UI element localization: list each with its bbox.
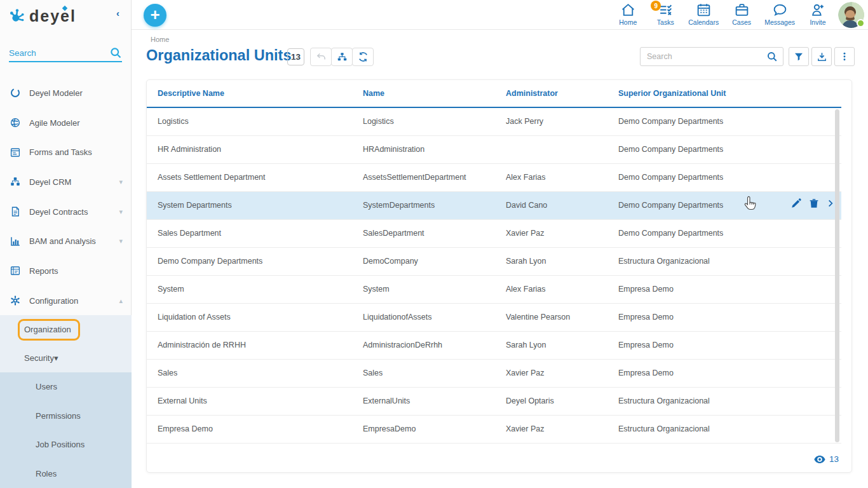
table-cell[interactable]: SalesDepartment	[363, 219, 506, 247]
column-header[interactable]: Administrator	[506, 80, 618, 107]
sidebar-collapse-icon[interactable]: ‹	[116, 8, 119, 18]
table-cell[interactable]: Xavier Paz	[506, 415, 618, 443]
chevron-down-icon[interactable]: ▾	[119, 208, 123, 216]
column-header[interactable]: Name	[363, 80, 506, 107]
table-row[interactable]: Empresa DemoEmpresaDemoXavier PazEstruct…	[147, 415, 841, 443]
deyel-logo[interactable]: deyel	[9, 5, 123, 27]
filter-button[interactable]	[789, 47, 809, 66]
table-cell[interactable]: Alex Farias	[506, 275, 618, 303]
sidebar-item-reports[interactable]: Reports	[0, 256, 132, 286]
download-button[interactable]	[811, 47, 832, 66]
search-icon[interactable]	[109, 46, 122, 59]
breadcrumb[interactable]: Home	[151, 36, 169, 43]
table-cell[interactable]: Demo Company Departments	[618, 135, 841, 163]
table-cell[interactable]: LiquidationofAssets	[363, 303, 506, 331]
table-cell[interactable]: Demo Company Departments	[618, 163, 841, 191]
nav-messages[interactable]: Messages	[764, 2, 795, 26]
sidebar-item-agile-modeler[interactable]: Agile Modeler	[0, 108, 132, 138]
search-submit[interactable]	[761, 51, 783, 62]
table-row[interactable]: LogisticsLogisticsJack PerryDemo Company…	[147, 107, 841, 135]
table-row[interactable]: Assets Settlement DepartmentAssetsSettle…	[147, 163, 841, 191]
table-cell[interactable]: External Units	[147, 387, 363, 415]
hierarchy-view-button[interactable]	[331, 48, 353, 66]
chevron-down-icon[interactable]: ▾	[119, 178, 123, 186]
user-avatar[interactable]	[838, 2, 864, 28]
sidebar-item-forms-and-tasks[interactable]: Forms and Tasks	[0, 137, 132, 167]
table-cell[interactable]: Sales Department	[147, 219, 363, 247]
table-row[interactable]: HR AdministrationHRAdministrationDemo Co…	[147, 135, 841, 163]
nav-invite[interactable]: Invite	[803, 2, 832, 26]
table-cell[interactable]: DemoCompany	[363, 247, 506, 275]
chevron-down-icon[interactable]: ▾	[54, 353, 58, 363]
table-cell[interactable]: SystemDepartments	[363, 191, 506, 219]
sidebar-item-deyel-contracts[interactable]: Deyel Contracts ▾	[0, 197, 132, 227]
table-cell[interactable]: System	[147, 275, 363, 303]
sidebar-item-organization[interactable]: Organization	[0, 315, 132, 344]
table-cell[interactable]: Jack Perry	[506, 107, 618, 135]
refresh-button[interactable]	[352, 48, 374, 66]
sidebar-item-users[interactable]: Users	[0, 372, 132, 402]
table-row[interactable]: External UnitsExternalUnitsDeyel Optaris…	[147, 387, 841, 415]
table-row[interactable]: Administración de RRHHAdministracionDeRr…	[147, 331, 841, 359]
table-row[interactable]: SalesSalesXavier PazEmpresa Demo	[147, 359, 841, 387]
table-cell[interactable]: Administración de RRHH	[147, 331, 363, 359]
table-cell[interactable]: Alex Farias	[506, 163, 618, 191]
sidebar-item-deyel-crm[interactable]: Deyel CRM ▾	[0, 167, 132, 197]
sidebar-item-roles[interactable]: Roles	[0, 459, 132, 488]
table-cell[interactable]: HRAdministration	[363, 135, 506, 163]
table-cell[interactable]: Xavier Paz	[506, 219, 618, 247]
chevron-up-icon[interactable]: ▴	[119, 297, 123, 305]
table-cell[interactable]: Logistics	[147, 107, 363, 135]
table-cell[interactable]: Demo Company Departments	[618, 219, 841, 247]
table-cell[interactable]: Valentine Pearson	[506, 303, 618, 331]
table-cell[interactable]: HR Administration	[147, 135, 363, 163]
table-cell[interactable]: Sales	[147, 359, 363, 387]
table-cell[interactable]: Deyel Optaris	[506, 387, 618, 415]
table-cell[interactable]: Empresa Demo	[618, 331, 841, 359]
table-cell[interactable]: ExternalUnits	[363, 387, 506, 415]
add-button[interactable]: +	[144, 4, 166, 27]
more-options-button[interactable]	[834, 47, 855, 66]
table-cell[interactable]: Logistics	[363, 107, 506, 135]
table-cell[interactable]: Sarah Lyon	[506, 247, 618, 275]
table-cell[interactable]: Estructura Organizacional	[618, 415, 841, 443]
table-cell[interactable]: Demo Company Departments	[618, 107, 841, 135]
sidebar-search[interactable]: Search	[9, 44, 122, 62]
table-cell[interactable]: David Cano	[506, 191, 618, 219]
undo-button[interactable]	[310, 48, 332, 66]
table-cell[interactable]: System	[363, 275, 506, 303]
column-header[interactable]: Superior Organizational Unit	[618, 80, 841, 107]
table-cell[interactable]: Sales	[363, 359, 506, 387]
table-cell[interactable]: AssetsSettlementDepartment	[363, 163, 506, 191]
sidebar-item-job-positions[interactable]: Job Positions	[0, 430, 132, 459]
table-cell[interactable]: AdministracionDeRrhh	[363, 331, 506, 359]
table-scrollbar[interactable]	[835, 109, 839, 442]
table-cell[interactable]: Estructura Organizacional	[618, 247, 841, 275]
table-row[interactable]: Demo Company DepartmentsDemoCompanySarah…	[147, 247, 841, 275]
nav-home[interactable]: Home	[613, 2, 642, 26]
table-row[interactable]: Sales DepartmentSalesDepartmentXavier Pa…	[147, 219, 841, 247]
table-row[interactable]: System DepartmentsSystemDepartmentsDavid…	[147, 191, 841, 219]
sidebar-item-bam-analysis[interactable]: BAM and Analysis ▾	[0, 226, 132, 256]
sidebar-item-security[interactable]: Security ▾	[0, 344, 132, 372]
chevron-down-icon[interactable]: ▾	[119, 237, 123, 245]
search-input[interactable]	[641, 52, 761, 61]
table-cell[interactable]: Assets Settlement Department	[147, 163, 363, 191]
table-cell[interactable]: Empresa Demo	[618, 275, 841, 303]
nav-cases[interactable]: Cases	[727, 2, 756, 26]
sidebar-item-deyel-modeler[interactable]: Deyel Modeler	[0, 78, 132, 108]
table-cell[interactable]: Empresa Demo	[618, 303, 841, 331]
sidebar-item-permissions[interactable]: Permissions	[0, 402, 132, 431]
table-cell[interactable]: Demo Company Departments	[147, 247, 363, 275]
nav-calendars[interactable]: Calendars	[688, 2, 719, 26]
edit-pencil-icon[interactable]	[790, 198, 802, 209]
table-row[interactable]: SystemSystemAlex FariasEmpresa Demo	[147, 275, 841, 303]
nav-tasks[interactable]: 9 Tasks	[651, 2, 680, 26]
table-row[interactable]: Liquidation of AssetsLiquidationofAssets…	[147, 303, 841, 331]
table-cell[interactable]	[506, 135, 618, 163]
table-cell[interactable]: EmpresaDemo	[363, 415, 506, 443]
open-row-chevron-icon[interactable]	[826, 199, 835, 208]
table-cell[interactable]: Estructura Organizacional	[618, 387, 841, 415]
column-header[interactable]: Descriptive Name	[147, 80, 363, 107]
table-cell[interactable]: Liquidation of Assets	[147, 303, 363, 331]
